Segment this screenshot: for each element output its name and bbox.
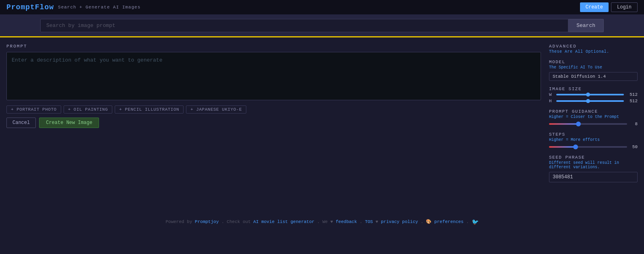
- generate-button[interactable]: Create New Image: [39, 118, 99, 128]
- login-button[interactable]: Login: [611, 2, 638, 12]
- footer-dot2: ♥: [376, 219, 381, 224]
- steps-slider[interactable]: [549, 146, 627, 148]
- style-tag[interactable]: + OIL PAINTING: [64, 105, 112, 114]
- twitter-icon: 🐦: [472, 219, 479, 225]
- logo: PromptFlow: [6, 3, 54, 11]
- right-panel: ADVANCED These Are All Optional. MODEL T…: [549, 44, 638, 188]
- width-slider[interactable]: [556, 94, 624, 95]
- search-section: Search: [0, 15, 644, 37]
- footer-powered: Powered by: [165, 219, 195, 224]
- height-slider[interactable]: [556, 100, 624, 102]
- advanced-title: ADVANCED: [549, 44, 638, 49]
- width-row: W 512: [549, 92, 638, 97]
- prompt-label: PROMPT: [6, 44, 541, 49]
- style-tag[interactable]: + PORTRAIT PHOTO: [6, 105, 61, 114]
- seed-block: SEED PHRASE Different seed will result i…: [549, 155, 638, 182]
- main-layout: PROMPT + PORTRAIT PHOTO+ OIL PAINTING+ P…: [0, 37, 644, 194]
- width-key: W: [549, 92, 554, 97]
- search-input[interactable]: [40, 19, 568, 32]
- search-button[interactable]: Search: [568, 19, 604, 32]
- image-size-block: IMAGE SIZE W 512 H 512: [549, 87, 638, 103]
- steps-label: STEPS: [549, 132, 638, 137]
- steps-sublabel: Higher = More efforts: [549, 138, 638, 142]
- footer-checkout: . Check out: [221, 219, 253, 224]
- footer-ai-link[interactable]: AI movie list generator: [253, 219, 314, 224]
- search-row: Search: [40, 19, 604, 32]
- footer: Powered by Promptjoy . Check out AI movi…: [0, 211, 644, 233]
- height-row: H 512: [549, 99, 638, 103]
- model-sublabel: The Specific AI To Use: [549, 65, 638, 70]
- seed-label: SEED PHRASE: [549, 155, 638, 160]
- image-size-label: IMAGE SIZE: [549, 87, 638, 91]
- footer-dot3: .: [421, 219, 426, 224]
- guidance-label: PROMPT GUIDANCE: [549, 109, 638, 114]
- steps-slider-row: 50: [549, 145, 638, 149]
- footer-dot4: .: [466, 219, 471, 224]
- footer-we: . We ♥: [317, 219, 336, 224]
- left-panel: PROMPT + PORTRAIT PHOTO+ OIL PAINTING+ P…: [6, 44, 541, 188]
- guidance-sublabel: Higher = Closer to the Prompt: [549, 115, 638, 119]
- style-tag[interactable]: + JAPANESE UKIYO-E: [186, 105, 246, 114]
- footer-dot1: .: [359, 219, 365, 224]
- footer-privacy-link[interactable]: privacy policy: [381, 219, 418, 224]
- height-value: 512: [626, 99, 638, 103]
- model-block: MODEL The Specific AI To Use Stable Diff…: [549, 60, 638, 81]
- footer-preferences-link[interactable]: 🎨 preferences: [426, 219, 463, 224]
- guidance-value: 8: [630, 122, 638, 126]
- header: PromptFlow Search + Generate AI Images C…: [0, 0, 644, 15]
- footer-brand-link[interactable]: Promptjoy: [195, 219, 219, 224]
- footer-feedback-link[interactable]: feedback: [336, 219, 357, 224]
- header-left: PromptFlow Search + Generate AI Images: [6, 3, 140, 11]
- model-label: MODEL: [549, 60, 638, 64]
- style-tags: + PORTRAIT PHOTO+ OIL PAINTING+ PENCIL I…: [6, 105, 541, 114]
- footer-tos-link[interactable]: TOS: [365, 219, 373, 224]
- header-nav: Search + Generate AI Images: [58, 5, 140, 10]
- guidance-slider-row: 8: [549, 122, 638, 126]
- seed-input[interactable]: [549, 172, 638, 182]
- header-buttons: Create Login: [580, 2, 638, 12]
- height-key: H: [549, 99, 554, 103]
- steps-block: STEPS Higher = More efforts 50: [549, 132, 638, 149]
- action-buttons: Cancel Create New Image: [6, 118, 541, 128]
- model-select[interactable]: Stable Diffusion 1.4Stable Diffusion 2.0…: [549, 72, 638, 81]
- steps-value: 50: [630, 145, 638, 149]
- guidance-block: PROMPT GUIDANCE Higher = Closer to the P…: [549, 109, 638, 126]
- guidance-slider[interactable]: [549, 123, 627, 125]
- model-select-wrapper: Stable Diffusion 1.4Stable Diffusion 2.0…: [549, 72, 638, 81]
- logo-text: PromptFlow: [6, 3, 54, 11]
- style-tag[interactable]: + PENCIL ILLUSTRATION: [115, 105, 184, 114]
- create-button[interactable]: Create: [580, 2, 609, 12]
- seed-sublabel: Different seed will result in different …: [549, 161, 638, 169]
- advanced-subtitle: These Are All Optional.: [549, 50, 638, 54]
- prompt-textarea[interactable]: [6, 52, 541, 100]
- width-value: 512: [626, 92, 638, 97]
- cancel-button[interactable]: Cancel: [6, 118, 36, 128]
